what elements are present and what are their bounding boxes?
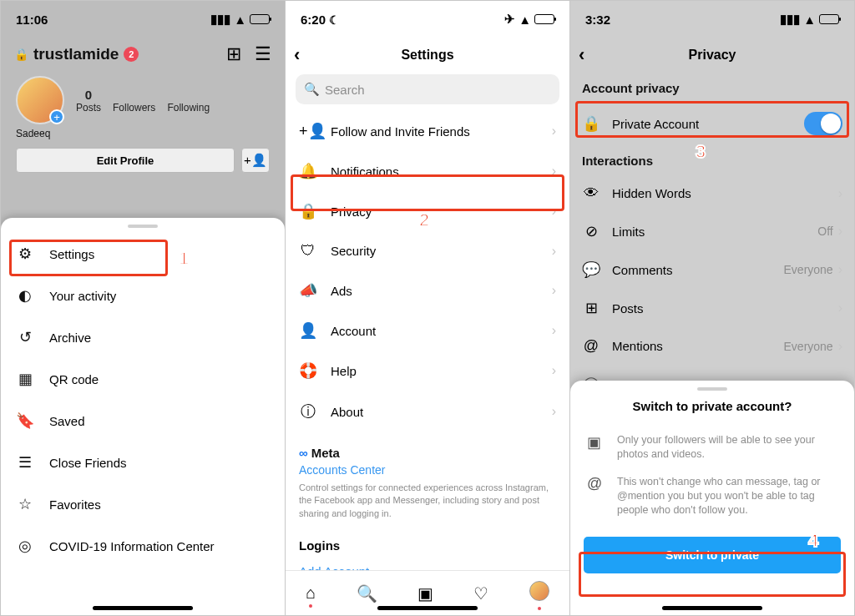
sheet-grabber[interactable] — [697, 387, 727, 391]
sheet-info-2: This won't change who can message, tag o… — [617, 475, 837, 518]
gear-icon: ⚙ — [16, 245, 34, 263]
wifi-icon: ▲ — [803, 13, 816, 27]
tab-search[interactable]: 🔍 — [357, 583, 377, 603]
meta-infinity-icon: ∞ — [299, 446, 308, 460]
battery-charging-icon — [534, 14, 554, 24]
profile-username[interactable]: 🔒 trustlamide 2 — [14, 45, 139, 63]
page-title: Privacy — [689, 48, 736, 63]
menu-archive[interactable]: ↺Archive — [1, 316, 285, 358]
row-label: Mentions — [612, 339, 663, 353]
settings-account[interactable]: 👤Account› — [286, 311, 569, 351]
tab-reels[interactable]: ▣ — [417, 583, 433, 603]
menu-saved[interactable]: 🔖Saved — [1, 400, 285, 442]
add-story-icon[interactable]: + — [49, 109, 64, 124]
menu-close-friends[interactable]: ☰Close Friends — [1, 442, 285, 483]
back-button[interactable]: ‹ — [579, 44, 584, 66]
menu-settings[interactable]: ⚙Settings — [1, 233, 285, 275]
home-indicator[interactable] — [93, 606, 193, 610]
meta-description: Control settings for connected experienc… — [299, 477, 556, 520]
help-icon: 🛟 — [299, 361, 317, 380]
chevron-right-icon: › — [552, 244, 556, 259]
settings-security[interactable]: 🛡Security› — [286, 231, 569, 270]
settings-about[interactable]: ⓘAbout› — [286, 391, 569, 432]
menu-label: Favorites — [49, 497, 101, 512]
info-icon: ◎ — [16, 537, 34, 555]
new-post-icon[interactable]: ⊞ — [226, 43, 241, 65]
row-mentions[interactable]: @MentionsEveryone› — [570, 327, 854, 365]
discover-people-button[interactable]: +👤 — [241, 148, 270, 173]
status-time: 3:32 — [585, 13, 610, 27]
wifi-icon: ▲ — [519, 13, 531, 27]
hamburger-menu-icon[interactable]: ☰ — [255, 43, 271, 65]
archive-icon: ↺ — [16, 328, 34, 346]
star-icon: ☆ — [16, 495, 34, 513]
sheet-info-1: Only your followers will be able to see … — [617, 433, 837, 462]
airplane-icon: ✈ — [504, 12, 515, 27]
menu-activity[interactable]: ◐Your activity — [1, 275, 285, 316]
chevron-right-icon: › — [552, 204, 556, 219]
row-comments[interactable]: 💬CommentsEveryone› — [570, 250, 854, 289]
sheet-title: Switch to private account? — [570, 396, 854, 427]
switch-to-private-button[interactable]: Switch to private — [584, 537, 841, 573]
do-not-disturb-icon: ☾ — [329, 13, 340, 27]
menu-favorites[interactable]: ☆Favorites — [1, 483, 285, 525]
panel-profile-menu: 11:06 ▮▮▮ ▲ 🔒 trustlamide 2 ⊞ ☰ — [1, 1, 286, 615]
chevron-right-icon: › — [552, 363, 556, 378]
settings-notifications[interactable]: 🔔Notifications› — [286, 151, 569, 191]
accounts-center-link[interactable]: Accounts Center — [299, 460, 556, 477]
row-label: Notifications — [331, 164, 399, 179]
row-label: Security — [331, 244, 376, 258]
step-number-1: 1 — [179, 248, 189, 270]
qr-icon: ▦ — [16, 370, 34, 388]
settings-help[interactable]: 🛟Help› — [286, 351, 569, 391]
stat-posts[interactable]: 0Posts — [76, 88, 101, 114]
search-placeholder: Search — [325, 83, 365, 97]
bell-icon: 🔔 — [299, 162, 317, 180]
back-button[interactable]: ‹ — [294, 44, 300, 66]
tab-home[interactable]: ⌂ — [306, 583, 316, 603]
status-bar: 11:06 ▮▮▮ ▲ — [1, 1, 285, 38]
at-icon: @ — [587, 475, 605, 492]
private-account-row[interactable]: 🔒Private Account — [570, 102, 854, 145]
step-number-4: 4 — [808, 530, 818, 552]
row-posts[interactable]: ⊞Posts› — [570, 289, 854, 327]
row-label: Private Account — [612, 117, 699, 131]
row-label: About — [331, 405, 363, 419]
battery-icon — [250, 14, 270, 24]
battery-icon — [819, 14, 839, 24]
comment-icon: 💬 — [582, 260, 600, 279]
tab-profile[interactable] — [529, 581, 549, 605]
chevron-right-icon: › — [552, 124, 556, 139]
home-indicator[interactable] — [662, 606, 762, 610]
section-interactions: Interactions — [570, 145, 854, 174]
menu-qr[interactable]: ▦QR code — [1, 358, 285, 400]
row-limits[interactable]: ⊘LimitsOff› — [570, 212, 854, 250]
search-icon: 🔍 — [304, 82, 320, 97]
menu-label: COVID-19 Information Center — [49, 539, 215, 553]
profile-menu-sheet: ⚙Settings ◐Your activity ↺Archive ▦QR co… — [1, 218, 285, 615]
shield-icon: 🛡 — [299, 242, 317, 260]
settings-ads[interactable]: 📣Ads› — [286, 270, 569, 311]
sheet-grabber[interactable] — [128, 225, 158, 228]
at-icon: @ — [582, 337, 600, 355]
row-label: Hidden Words — [612, 186, 691, 200]
plus-square-icon: ⊞ — [582, 299, 600, 317]
status-bar: 3:32 ▮▮▮ ▲ — [570, 1, 854, 38]
chevron-right-icon: › — [552, 164, 556, 179]
home-indicator[interactable] — [377, 606, 478, 610]
step-number-2: 2 — [419, 210, 429, 231]
tab-activity[interactable]: ♡ — [473, 583, 488, 603]
row-hidden-words[interactable]: 👁Hidden Words› — [570, 174, 854, 212]
megaphone-icon: 📣 — [299, 281, 317, 300]
search-input[interactable]: 🔍 Search — [296, 74, 559, 104]
edit-profile-button[interactable]: Edit Profile — [16, 148, 235, 173]
settings-follow-invite[interactable]: +👤Follow and Invite Friends› — [286, 111, 569, 151]
row-label: Posts — [612, 301, 644, 316]
stat-following[interactable]: Following — [167, 88, 210, 114]
private-account-toggle[interactable] — [804, 112, 842, 135]
reels-icon: ▣ — [587, 433, 605, 452]
avatar[interactable]: + — [16, 76, 64, 124]
stat-followers[interactable]: Followers — [113, 88, 155, 114]
menu-covid[interactable]: ◎COVID-19 Information Center — [1, 525, 285, 567]
info-icon: ⓘ — [299, 401, 317, 422]
